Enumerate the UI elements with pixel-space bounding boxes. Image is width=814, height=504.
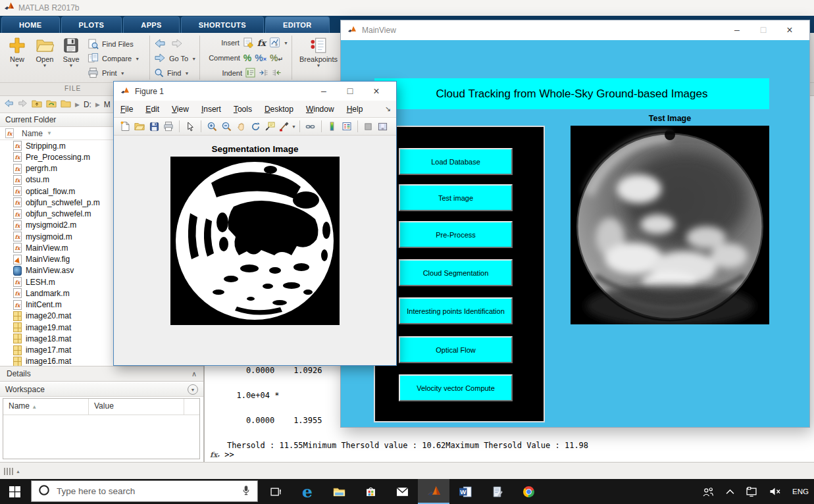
data-cursor-icon[interactable] <box>263 119 277 134</box>
microphone-icon[interactable] <box>242 485 251 498</box>
tab-editor[interactable]: EDITOR <box>265 16 330 33</box>
back-arrow-icon[interactable] <box>154 39 166 49</box>
tab-shortcuts[interactable]: SHORTCUTS <box>181 16 264 33</box>
search-input[interactable] <box>55 486 235 497</box>
goto-button[interactable]: Go To▼ <box>154 51 196 66</box>
minimize-button[interactable]: – <box>724 24 750 36</box>
insert-legend-icon[interactable] <box>340 119 354 134</box>
tab-apps[interactable]: APPS <box>123 16 180 33</box>
brush-dropdown-icon[interactable]: ▼ <box>292 124 296 129</box>
mainview-button-cloud-segmentation[interactable]: Cloud Segmentation <box>399 259 513 286</box>
pan-hand-icon[interactable] <box>234 119 248 134</box>
command-prompt[interactable]: >> <box>224 450 234 459</box>
wrap-comment-icon[interactable]: %↵ <box>270 53 283 63</box>
fx-insert-icon[interactable]: fx <box>257 38 266 48</box>
uncomment-icon[interactable]: %× <box>255 53 267 63</box>
save-figure-icon[interactable] <box>147 119 161 134</box>
save-button[interactable]: Save▼ <box>58 36 84 68</box>
figure-menu-insert[interactable]: Insert <box>201 105 221 114</box>
edit-plot-cursor-icon[interactable] <box>183 119 197 134</box>
up-folder-icon[interactable] <box>32 99 42 110</box>
tab-home[interactable]: HOME <box>1 16 60 33</box>
figure-menu-desktop[interactable]: Desktop <box>265 105 293 114</box>
dock-figure-icon[interactable]: ↘ <box>385 105 391 113</box>
mainview-button-load-database[interactable]: Load Database <box>399 148 513 175</box>
taskbar-app-word[interactable]: W <box>449 479 481 504</box>
workspace-menu-icon[interactable]: ▼ <box>188 384 198 395</box>
taskbar-search[interactable] <box>31 480 258 502</box>
taskbar-app-store[interactable] <box>355 479 386 504</box>
maximize-button[interactable]: □ <box>337 86 363 97</box>
breakpoints-button[interactable]: Breakpoints▼ <box>297 36 340 68</box>
mainview-titlebar[interactable]: MainView – □ × <box>341 20 809 40</box>
forward-icon[interactable] <box>18 99 28 109</box>
collapse-chevron-icon[interactable]: ∧ <box>191 370 197 378</box>
mainview-button-interesting-points-identification[interactable]: Interesting points Identification <box>399 297 513 324</box>
taskbar-app-notepad[interactable] <box>481 479 513 504</box>
breadcrumb-segment[interactable]: M <box>104 100 111 109</box>
dock-grip[interactable]: ▲ <box>4 468 20 475</box>
mainview-button-velocity-vector-compute[interactable]: Velocity vector Compute <box>399 374 513 401</box>
matlab-titlebar[interactable]: MATLAB R2017b <box>0 0 814 16</box>
close-button[interactable]: × <box>776 24 803 36</box>
taskbar-app-matlab[interactable] <box>418 479 449 504</box>
show-plot-tools-icon[interactable] <box>376 119 390 134</box>
maximize-button[interactable]: □ <box>750 24 776 36</box>
find-files-button[interactable]: Find Files <box>88 37 134 51</box>
close-button[interactable]: × <box>363 86 390 97</box>
workspace-name-column[interactable]: Name ▲ <box>3 399 89 415</box>
figure-menu-edit[interactable]: Edit <box>145 105 159 114</box>
taskbar-app-mail[interactable] <box>386 479 418 504</box>
indent-left-icon[interactable] <box>272 68 282 79</box>
tray-display-icon[interactable] <box>746 487 757 497</box>
workspace-header[interactable]: Workspace ▼ <box>0 383 203 397</box>
taskbar-app-file-explorer[interactable] <box>323 479 355 504</box>
taskbar-app-chrome[interactable] <box>513 479 544 504</box>
smart-indent-icon[interactable] <box>245 68 255 79</box>
compare-button[interactable]: Compare▼ <box>88 51 140 66</box>
open-button[interactable]: Open▼ <box>32 36 58 68</box>
find-button[interactable]: Find▼ <box>154 66 189 80</box>
tray-people-icon[interactable] <box>701 487 715 497</box>
back-icon[interactable] <box>4 99 14 109</box>
taskbar-app-task-view[interactable] <box>260 479 292 504</box>
tray-volume-muted-icon[interactable] <box>769 487 781 496</box>
comment-icon[interactable]: % <box>243 53 251 63</box>
print-button[interactable]: Print▼ <box>88 66 125 80</box>
minimize-button[interactable]: – <box>311 86 337 97</box>
breadcrumb-segment[interactable]: D: <box>84 100 91 109</box>
forward-arrow-icon[interactable] <box>171 39 183 49</box>
link-plot-icon[interactable] <box>303 119 318 134</box>
indent-right-icon[interactable] <box>259 68 268 79</box>
details-bar[interactable]: Details ∧ <box>0 366 203 382</box>
figure-menu-tools[interactable]: Tools <box>234 105 252 114</box>
taskbar-app-edge[interactable]: e <box>292 479 323 504</box>
rotate-3d-icon[interactable] <box>248 119 263 134</box>
figure-menu-view[interactable]: View <box>172 105 189 114</box>
language-indicator[interactable]: ENG <box>792 488 809 495</box>
start-button[interactable] <box>5 486 24 497</box>
browse-folder-icon[interactable] <box>46 99 57 110</box>
print-figure-icon[interactable] <box>161 119 176 134</box>
zoom-out-icon[interactable] <box>219 119 234 134</box>
tray-chevron-up-icon[interactable] <box>726 489 734 495</box>
new-figure-icon[interactable] <box>118 119 132 134</box>
figure-menu-file[interactable]: File <box>120 105 133 114</box>
mainview-button-optical-flow[interactable]: Optical Flow <box>399 336 513 363</box>
mainview-button-pre-process[interactable]: Pre-Process <box>399 221 513 248</box>
figure-menu-help[interactable]: Help <box>347 105 363 114</box>
insert-colorbar-icon[interactable] <box>325 119 340 134</box>
workspace-value-column[interactable]: Value <box>89 399 184 415</box>
open-file-icon[interactable] <box>132 119 147 134</box>
tab-plots[interactable]: PLOTS <box>61 16 122 33</box>
section-insert-icon[interactable]: fi <box>269 37 280 49</box>
file-type-icon-m <box>13 288 22 298</box>
hide-plot-tools-icon[interactable] <box>361 119 376 134</box>
new-button[interactable]: New▼ <box>4 36 30 68</box>
mainview-button-test-image[interactable]: Test image <box>399 184 513 211</box>
insert-doc-icon[interactable] <box>243 37 254 49</box>
zoom-in-icon[interactable] <box>205 119 219 134</box>
figure-menu-window[interactable]: Window <box>306 105 334 114</box>
brush-icon[interactable] <box>277 119 292 134</box>
figure-titlebar[interactable]: Figure 1 – □ × <box>114 82 396 101</box>
